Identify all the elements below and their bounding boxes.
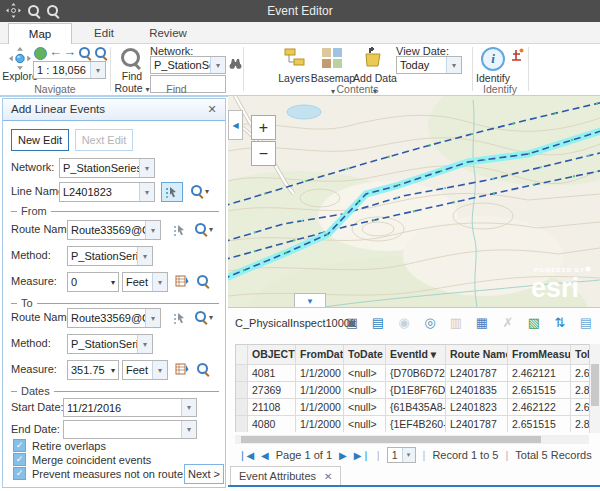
from-measure-combo[interactable]: 0 ▾: [67, 272, 119, 292]
chevron-down-icon[interactable]: ▾: [90, 62, 105, 78]
map-zoom-in-button[interactable]: +: [251, 115, 276, 140]
zoom-to-from-measure-button[interactable]: [197, 275, 209, 287]
offset-measure-icon[interactable]: [175, 274, 189, 290]
attributes-icon[interactable]: ▤: [577, 314, 595, 332]
chevron-down-icon[interactable]: ▾: [145, 221, 160, 239]
zoom-out-tool-icon[interactable]: [95, 47, 107, 61]
checkbox-icon[interactable]: ✓: [13, 439, 26, 452]
column-header[interactable]: Route Name: [446, 345, 508, 365]
next-button[interactable]: Next >: [184, 464, 224, 484]
add-data-icon[interactable]: [362, 47, 384, 70]
offset-measure-icon[interactable]: [175, 362, 189, 378]
next-extent-icon[interactable]: →: [63, 44, 76, 59]
page-prev-icon[interactable]: ◀: [261, 450, 269, 461]
explore-tool-icon[interactable]: [9, 47, 31, 72]
end-date-combo[interactable]: ▾: [63, 420, 197, 439]
column-header[interactable]: ToMeasure: [571, 345, 589, 365]
chevron-down-icon[interactable]: ▾: [111, 366, 118, 375]
zoom-to-to-measure-button[interactable]: [197, 363, 209, 375]
chevron-down-icon[interactable]: ▾: [181, 399, 196, 416]
select-to-route-on-map-button[interactable]: [169, 308, 191, 328]
new-edit-button[interactable]: New Edit: [11, 129, 69, 151]
delete-icon[interactable]: ✗: [499, 314, 517, 332]
binoculars-icon[interactable]: [229, 57, 242, 71]
add-point-event-icon[interactable]: [510, 48, 524, 65]
from-method-combo[interactable]: P_StationSeries ▾: [67, 246, 153, 266]
pan-selected-icon[interactable]: ◎: [421, 314, 439, 332]
chevron-down-icon[interactable]: ▾: [137, 335, 152, 353]
from-unit-combo[interactable]: Feet ▾: [122, 272, 168, 292]
select-line-on-map-button[interactable]: [161, 182, 183, 202]
scrollbar-thumb[interactable]: [241, 436, 541, 443]
table-row[interactable]: 40811/1/2000<null>{D70B6D72-3L24017872.4…: [236, 365, 589, 382]
save-icon[interactable]: ▥: [447, 314, 465, 332]
full-extent-globe-icon[interactable]: [34, 47, 47, 60]
chevron-down-icon[interactable]: ▾: [139, 183, 154, 201]
map-canvas[interactable]: POWERED BY esri: [228, 96, 600, 307]
checkbox-icon[interactable]: ✓: [13, 453, 26, 466]
tab-edit[interactable]: Edit: [72, 23, 136, 44]
chevron-down-icon[interactable]: ▾: [111, 278, 118, 287]
page-last-icon[interactable]: ▶❘: [354, 450, 370, 461]
panel-network-combo[interactable]: P_StationSeries ▾: [59, 158, 155, 178]
column-header[interactable]: OBJECTID: [248, 345, 296, 365]
chevron-down-icon[interactable]: ▾: [152, 273, 167, 291]
chevron-down-icon[interactable]: ▾: [210, 57, 225, 73]
collapse-left-panel-button[interactable]: ◀: [228, 110, 243, 140]
line-name-combo[interactable]: L2401823 ▾: [59, 182, 155, 202]
scrollbar-thumb[interactable]: [591, 364, 599, 406]
vertical-scrollbar[interactable]: [589, 344, 600, 433]
tab-map[interactable]: Map: [8, 23, 72, 44]
tab-event-attributes[interactable]: Event Attributes ✕: [230, 466, 341, 485]
from-route-name-combo[interactable]: Route33569@Cente ▾: [67, 220, 161, 240]
view-date-combo[interactable]: Today ▾: [396, 56, 462, 74]
map-scale-combo[interactable]: 1 : 18,056 ▾: [33, 61, 106, 79]
layers-icon[interactable]: [284, 48, 305, 70]
select-from-route-on-map-button[interactable]: [169, 220, 191, 240]
map-zoom-out-button[interactable]: −: [251, 141, 276, 166]
next-edit-button[interactable]: Next Edit: [75, 129, 133, 151]
chevron-down-icon[interactable]: ▾: [181, 421, 196, 438]
chevron-down-icon[interactable]: ▾: [446, 57, 461, 73]
column-header[interactable]: ToDate: [344, 345, 386, 365]
export-icon[interactable]: ▧: [525, 314, 543, 332]
chevron-down-icon[interactable]: ▾: [152, 361, 167, 379]
close-icon[interactable]: ✕: [205, 102, 219, 116]
page-number-combo[interactable]: 1 ▾: [387, 447, 416, 463]
zoom-to-line-button[interactable]: ▾: [191, 185, 209, 197]
to-unit-combo[interactable]: Feet ▾: [122, 360, 168, 380]
previous-extent-icon[interactable]: ←: [49, 44, 62, 59]
collapse-bottom-panel-button[interactable]: ▼: [294, 293, 326, 307]
table-row[interactable]: 273691/1/2000<null>{D1E8F76D-FL24018352.…: [236, 382, 589, 399]
column-header[interactable]: EventId ▾: [386, 345, 446, 365]
calculator-icon[interactable]: ▦: [473, 314, 491, 332]
zoom-to-to-route-button[interactable]: ▾: [195, 311, 213, 323]
map-view[interactable]: POWERED BY esri + − ◀ ▼: [228, 96, 600, 307]
table-row[interactable]: 211081/1/2000<null>{61B435A8-32L24018232…: [236, 399, 589, 416]
select-icon[interactable]: ▣: [343, 314, 361, 332]
to-route-name-combo[interactable]: Route33569@Cente ▾: [67, 308, 161, 328]
to-measure-combo[interactable]: 351.75 ▾: [67, 360, 119, 380]
basemap-icon[interactable]: [322, 48, 342, 70]
chevron-down-icon[interactable]: ▾: [402, 448, 415, 462]
zoom-selected-icon[interactable]: ◉: [395, 314, 413, 332]
network-combo[interactable]: P_StationSeries ▾: [150, 56, 226, 74]
chevron-down-icon[interactable]: ▾: [139, 159, 154, 177]
chevron-down-icon[interactable]: ▾: [137, 247, 152, 265]
page-next-icon[interactable]: ▶: [339, 450, 347, 461]
start-date-combo[interactable]: 11/21/2016 ▾: [63, 398, 197, 417]
horizontal-scrollbar[interactable]: [235, 435, 589, 444]
close-icon[interactable]: ✕: [324, 471, 332, 482]
zoom-to-from-route-button[interactable]: ▾: [195, 223, 213, 235]
sort-icon[interactable]: ⇅: [551, 314, 569, 332]
identify-icon[interactable]: i: [481, 47, 505, 71]
find-route-icon[interactable]: [121, 48, 141, 70]
column-header[interactable]: FromMeasure: [508, 345, 571, 365]
chevron-down-icon[interactable]: ▾: [145, 309, 160, 327]
checkbox-icon[interactable]: ✓: [13, 467, 26, 480]
rows-icon[interactable]: ▤: [369, 314, 387, 332]
table-row[interactable]: 40801/1/2000<null>{1EF4B260-F0L24017872.…: [236, 416, 589, 432]
page-first-icon[interactable]: ❘◀: [238, 450, 254, 461]
zoom-in-tool-icon[interactable]: [79, 47, 91, 61]
to-method-combo[interactable]: P_StationSeries ▾: [67, 334, 153, 354]
